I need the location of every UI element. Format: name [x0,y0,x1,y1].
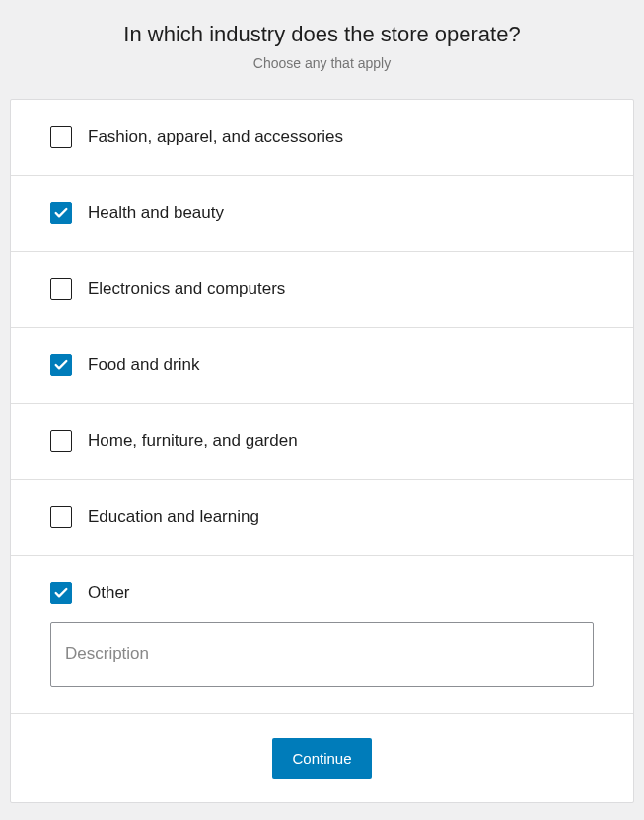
option-label-food: Food and drink [88,355,199,375]
option-education[interactable]: Education and learning [11,480,633,556]
checkbox-electronics[interactable] [50,278,72,300]
option-other[interactable]: Other [11,556,633,714]
checkbox-home[interactable] [50,430,72,452]
industry-card: Fashion, apparel, and accessories Health… [10,99,634,803]
option-food[interactable]: Food and drink [11,328,633,404]
page-title: In which industry does the store operate… [20,22,624,47]
page-header: In which industry does the store operate… [0,0,644,89]
check-icon [53,205,69,221]
card-footer: Continue [11,714,633,802]
option-label-health: Health and beauty [88,203,224,223]
option-home[interactable]: Home, furniture, and garden [11,404,633,480]
checkbox-fashion[interactable] [50,126,72,148]
description-input[interactable] [50,622,594,687]
continue-button[interactable]: Continue [272,738,371,779]
check-icon [53,357,69,373]
checkbox-education[interactable] [50,506,72,528]
option-health[interactable]: Health and beauty [11,176,633,252]
option-label-other: Other [88,583,130,603]
option-label-education: Education and learning [88,507,259,527]
checkbox-food[interactable] [50,354,72,376]
option-label-home: Home, furniture, and garden [88,431,298,451]
checkbox-other[interactable] [50,582,72,604]
option-label-fashion: Fashion, apparel, and accessories [88,127,343,147]
option-electronics[interactable]: Electronics and computers [11,252,633,328]
checkbox-health[interactable] [50,202,72,224]
option-fashion[interactable]: Fashion, apparel, and accessories [11,100,633,176]
option-label-electronics: Electronics and computers [88,279,285,299]
page-subtitle: Choose any that apply [20,55,624,71]
check-icon [53,585,69,601]
